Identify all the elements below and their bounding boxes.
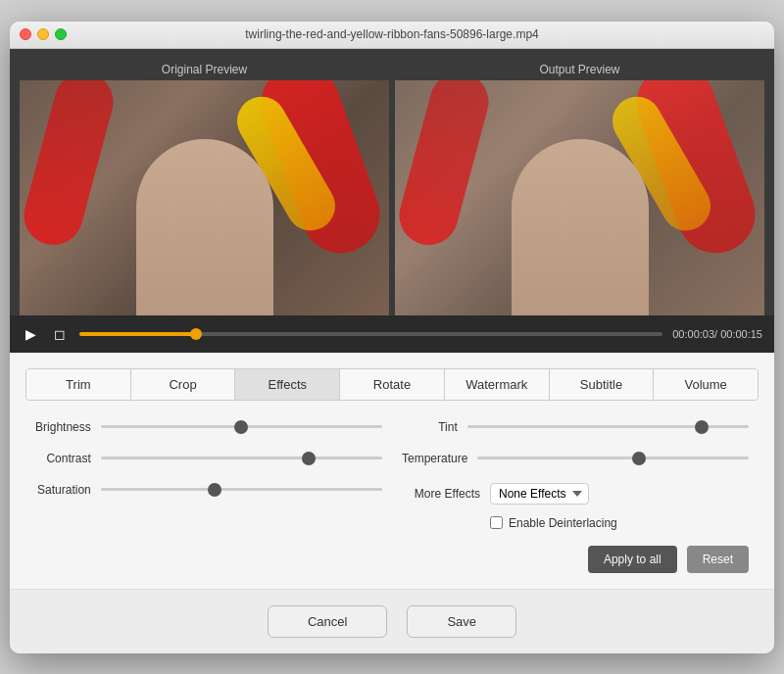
progress-fill [79,332,196,336]
title-bar: twirling-the-red-and-yellow-ribbon-fans-… [10,22,774,49]
tint-row: Tint [402,420,749,434]
tint-slider[interactable] [467,425,749,428]
person-silhouette-out [512,139,649,315]
right-controls: Tint Temperature More Effects None Effec… [402,420,749,573]
saturation-row: Saturation [35,483,382,497]
maximize-button[interactable] [55,28,67,40]
brightness-slider[interactable] [101,425,382,428]
temperature-row: Temperature [402,452,749,465]
saturation-slider[interactable] [101,488,382,491]
original-preview-label: Original Preview [20,59,389,80]
tab-volume[interactable]: Volume [654,369,758,400]
output-video [395,80,764,315]
effects-content: Brightness Contrast Saturation Tint [25,420,759,573]
output-preview-panel: Output Preview [395,59,764,315]
minimize-button[interactable] [37,28,49,40]
action-buttons: Apply to all Reset [402,546,749,573]
contrast-slider[interactable] [101,457,382,459]
window-controls [20,28,67,40]
playback-controls: ▶ ◻ 00:00:03/ 00:00:15 [10,315,774,353]
tab-rotate[interactable]: Rotate [340,369,445,400]
output-preview-label: Output Preview [395,59,764,80]
time-display: 00:00:03/ 00:00:15 [672,328,762,340]
brightness-label: Brightness [35,420,91,434]
original-video [20,80,389,315]
ribbon-red2-out [395,80,495,252]
temperature-label: Temperature [402,452,467,465]
progress-track[interactable] [79,332,662,336]
tab-trim[interactable]: Trim [26,369,131,400]
more-effects-label: More Effects [402,487,480,501]
contrast-label: Contrast [35,452,91,465]
bottom-buttons: Cancel Save [10,589,774,653]
main-window: twirling-the-red-and-yellow-ribbon-fans-… [10,22,774,653]
stop-button[interactable]: ◻ [50,326,70,342]
close-button[interactable] [20,28,31,40]
save-button[interactable]: Save [407,605,516,638]
person-silhouette [136,139,273,315]
current-time: 00:00:03 [672,328,714,340]
tint-label: Tint [402,420,458,434]
reset-button[interactable]: Reset [687,546,749,573]
window-title: twirling-the-red-and-yellow-ribbon-fans-… [245,27,538,41]
apply-to-all-button[interactable]: Apply to all [588,546,677,573]
deinterlace-checkbox[interactable] [490,516,503,529]
temperature-slider[interactable] [477,457,749,459]
original-preview-panel: Original Preview [20,59,389,315]
tab-crop[interactable]: Crop [131,369,236,400]
tab-watermark[interactable]: Watermark [445,369,550,400]
progress-thumb[interactable] [190,328,202,340]
contrast-row: Contrast [35,452,382,465]
tabs-row: Trim Crop Effects Rotate Watermark Subti… [25,368,759,401]
deinterlace-label: Enable Deinterlacing [509,516,617,530]
time-sep: / [714,328,717,340]
tab-subtitle[interactable]: Subtitle [550,369,655,400]
tab-effects[interactable]: Effects [235,369,340,400]
cancel-button[interactable]: Cancel [268,605,387,638]
ribbon-red2-decoration [20,80,120,252]
play-button[interactable]: ▶ [22,326,40,342]
more-effects-row: More Effects None Effects Grayscale Sepi… [402,483,749,505]
total-time: 00:00:15 [720,328,762,340]
left-controls: Brightness Contrast Saturation [35,420,382,573]
deinterlace-row: Enable Deinterlacing [490,516,749,530]
saturation-label: Saturation [35,483,91,497]
preview-area: Original Preview Output Preview [10,49,774,315]
more-effects-select[interactable]: None Effects Grayscale Sepia Vignette [490,483,589,505]
brightness-row: Brightness [35,420,382,434]
tabs-panel: Trim Crop Effects Rotate Watermark Subti… [10,353,774,589]
